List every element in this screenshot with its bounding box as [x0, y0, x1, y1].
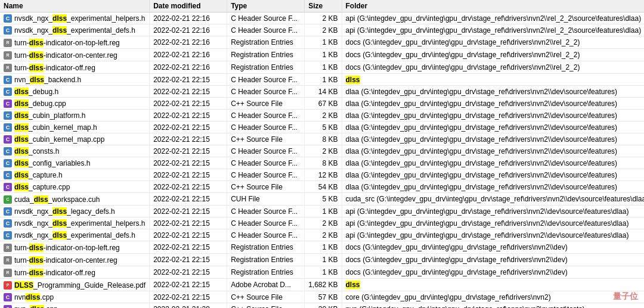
file-icon: Cdlss_cubin_kernel_map.cpp [4, 135, 104, 144]
table-row[interactable]: Cnvsdk_ngx_dlss_experimental_defs.h2022-… [0, 24, 644, 36]
file-type-cell: C Header Source F... [227, 145, 305, 157]
file-name-text: dlss_cubin_kernel_map.cpp [14, 135, 104, 144]
file-name-text: nvsdk_ngx_dlss_experimental_defs.h [14, 231, 135, 239]
table-row[interactable]: Cdlss_cubin_platform.h2022-02-21 22:15C … [0, 110, 644, 122]
file-folder-cell: cuda_src (G:\integdev_gpu_drv\integ\gpu_… [342, 193, 644, 206]
file-icon: Rturn-dlss-indicator-on-top-left.reg [4, 244, 120, 252]
file-folder-cell: api (G:\integdev_gpu_drv\integ\gpu_drv\s… [342, 206, 644, 217]
file-type-cell: C++ Source File [227, 133, 305, 145]
file-date-cell: 2022-02-21 22:15 [150, 254, 227, 266]
file-name-text: nvsdk_ngx_dlss_experimental_helpers.h [14, 14, 145, 23]
table-row[interactable]: Cnvsdk_ngx_dlss_legacy_defs.h2022-02-21 … [0, 206, 644, 217]
file-size-cell: 2 KB [305, 229, 342, 241]
file-folder-cell: api (G:\integdev_gpu_drv\integ\gpu_drv\s… [342, 24, 644, 36]
file-type-cell: Registration Entries [227, 61, 305, 74]
file-date-cell: 2022-02-21 22:15 [150, 279, 227, 291]
file-folder-cell: docs (G:\integdev_gpu_drv\integ\gpu_drv\… [342, 266, 644, 279]
file-folder-cell: dlss [342, 74, 644, 86]
file-date-cell: 2022-02-21 22:16 [150, 13, 227, 24]
file-size-cell: 67 KB [305, 98, 342, 110]
file-name-cell: Cdlss_cubin_kernel_map.h [0, 122, 150, 133]
file-name-text: dlss_debug.h [14, 88, 58, 96]
file-name-text: turn-dlss-indicator-on-center.reg [14, 256, 117, 265]
table-row[interactable]: Cdlss_capture.cpp2022-02-21 22:15C++ Sou… [0, 181, 644, 193]
table-row[interactable]: Cnvn_dlss.cpp2022-02-21 21:38C++ Source … [0, 303, 644, 309]
file-name-text: dlss_debug.cpp [14, 99, 66, 108]
file-name-cell: Cnvsdk_ngx_dlss_experimental_defs.h [0, 229, 150, 241]
table-row[interactable]: Cdlss_cubin_kernel_map.h2022-02-21 22:15… [0, 122, 644, 133]
col-header-type[interactable]: Type [227, 0, 305, 13]
file-icon: Cnvndlss.cpp [4, 293, 54, 301]
table-row[interactable]: Cnvsdk_ngx_dlss_experimental_helpers.h20… [0, 217, 644, 229]
file-name-text: turn-dlss-indicator-on-top-left.reg [14, 244, 120, 252]
file-date-cell: 2022-02-21 21:38 [150, 303, 227, 309]
file-icon: Rturn-dlss-indicator-on-top-left.reg [4, 39, 120, 47]
file-date-cell: 2022-02-21 22:15 [150, 206, 227, 217]
file-date-cell: 2022-02-21 22:15 [150, 145, 227, 157]
file-name-cell: Cdlss_debug.h [0, 86, 150, 98]
file-size-cell: 12 KB [305, 169, 342, 181]
table-row[interactable]: Rturn-dlss-indicator-off.reg2022-02-21 2… [0, 266, 644, 279]
col-header-size[interactable]: Size [305, 0, 342, 13]
table-row[interactable]: Cdlss_config_variables.h2022-02-21 22:15… [0, 157, 644, 169]
file-size-cell: 2 KB [305, 110, 342, 122]
table-row[interactable]: Cnvndlss.cpp2022-02-21 22:15C++ Source F… [0, 291, 644, 303]
file-size-cell: 1 KB [305, 61, 342, 74]
table-row[interactable]: Cnvsdk_ngx_dlss_experimental_helpers.h20… [0, 13, 644, 24]
file-folder-cell: dlaa (G:\integdev_gpu_drv\integ\gpu_drv\… [342, 157, 644, 169]
file-name-cell: Rturn-dlss-indicator-off.reg [0, 266, 150, 279]
file-folder-cell: core (G:\integdev_gpu_drv\integ\gpu_drv\… [342, 291, 644, 303]
table-row[interactable]: PDLSS_Programming_Guide_Release.pdf2022-… [0, 279, 644, 291]
file-name-text: dlss_config_variables.h [14, 159, 90, 167]
file-name-cell: Rturn-dlss-indicator-on-center.reg [0, 254, 150, 266]
col-header-date[interactable]: Date modified [150, 0, 227, 13]
file-date-cell: 2022-02-21 22:15 [150, 122, 227, 133]
file-name-cell: Cnvsdk_ngx_dlss_experimental_defs.h [0, 24, 150, 36]
file-name-text: nvndlss.cpp [14, 293, 54, 301]
file-icon: Cnvsdk_ngx_dlss_experimental_defs.h [4, 231, 135, 239]
file-folder-cell: docs (G:\integdev_gpu_drv\integ\gpu_drv\… [342, 241, 644, 254]
table-row[interactable]: Cdlss_debug.h2022-02-21 22:15C Header So… [0, 86, 644, 98]
table-row[interactable]: Cnvn_dlss_backend.h2022-02-21 22:15C Hea… [0, 74, 644, 86]
file-name-cell: Cnvn_dlss_backend.h [0, 74, 150, 86]
file-date-cell: 2022-02-21 22:16 [150, 36, 227, 49]
table-row[interactable]: Rturn-dlss-indicator-on-center.reg2022-0… [0, 254, 644, 266]
table-row[interactable]: Cdlss_capture.h2022-02-21 22:15C Header … [0, 169, 644, 181]
table-row[interactable]: Cdlss_consts.h2022-02-21 22:15C Header S… [0, 145, 644, 157]
file-folder-cell: api (G:\integdev_gpu_drv\integ\gpu_drv\s… [342, 217, 644, 229]
file-size-cell: 30 KB [305, 303, 342, 309]
file-name-cell: Cdlss_cubin_kernel_map.cpp [0, 133, 150, 145]
table-row[interactable]: Cdlss_debug.cpp2022-02-21 22:15C++ Sourc… [0, 98, 644, 110]
table-row[interactable]: Rturn-dlss-indicator-on-center.reg2022-0… [0, 49, 644, 61]
file-date-cell: 2022-02-21 22:15 [150, 241, 227, 254]
file-date-cell: 2022-02-21 22:15 [150, 133, 227, 145]
file-name-text: dlss_capture.h [14, 171, 63, 179]
file-date-cell: 2022-02-21 22:15 [150, 217, 227, 229]
file-size-cell: 2 KB [305, 24, 342, 36]
file-type-cell: C Header Source F... [227, 13, 305, 24]
file-date-cell: 2022-02-21 22:15 [150, 98, 227, 110]
file-type-cell: C++ Source File [227, 303, 305, 309]
file-folder-cell: dlaa (G:\integdev_gpu_drv\integ\gpu_drv\… [342, 133, 644, 145]
file-icon: Cnvn_dlss.cpp [4, 305, 58, 308]
file-table: Name Date modified Type Size Folder Cnvs… [0, 0, 644, 308]
file-name-text: nvn_dlss_backend.h [14, 76, 81, 84]
table-row[interactable]: Ccuda_dlss_workspace.cuh2022-02-21 22:15… [0, 193, 644, 206]
table-row[interactable]: Cdlss_cubin_kernel_map.cpp2022-02-21 22:… [0, 133, 644, 145]
file-type-cell: C Header Source F... [227, 74, 305, 86]
file-folder-cell: dlaa (G:\integdev_gpu_drv\integ\gpu_drv\… [342, 169, 644, 181]
col-header-folder[interactable]: Folder [342, 0, 644, 13]
file-name-text: cuda_dlss_workspace.cuh [14, 195, 100, 204]
file-type-cell: C++ Source File [227, 291, 305, 303]
table-row[interactable]: Rturn-dlss-indicator-on-top-left.reg2022… [0, 241, 644, 254]
col-header-name[interactable]: Name [0, 0, 150, 13]
table-row[interactable]: Rturn-dlss-indicator-off.reg2022-02-21 2… [0, 61, 644, 74]
file-type-cell: C Header Source F... [227, 86, 305, 98]
file-date-cell: 2022-02-21 22:16 [150, 49, 227, 61]
table-row[interactable]: Rturn-dlss-indicator-on-top-left.reg2022… [0, 36, 644, 49]
file-date-cell: 2022-02-21 22:15 [150, 266, 227, 279]
file-size-cell: 1 KB [305, 254, 342, 266]
file-name-cell: Rturn-dlss-indicator-on-top-left.reg [0, 36, 150, 49]
table-row[interactable]: Cnvsdk_ngx_dlss_experimental_defs.h2022-… [0, 229, 644, 241]
file-type-cell: CUH File [227, 193, 305, 206]
